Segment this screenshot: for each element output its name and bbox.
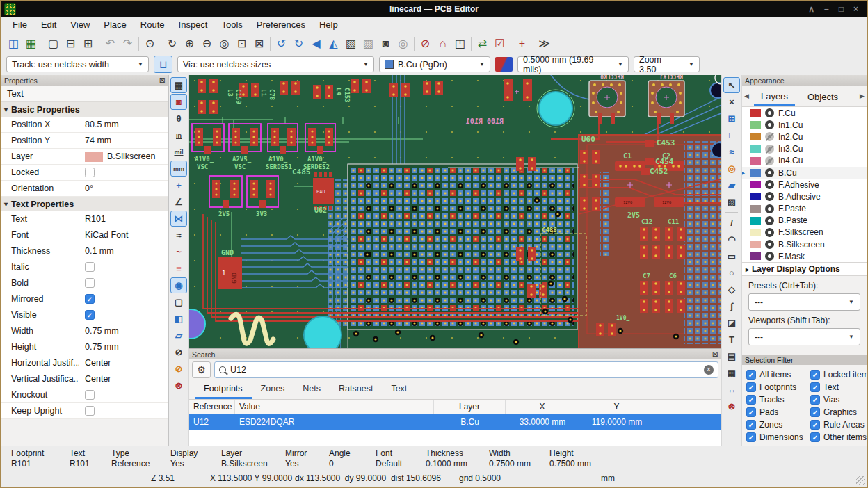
group-icon[interactable]: ▧ (342, 35, 360, 52)
rule-area-tool-icon[interactable]: ▨ (723, 194, 740, 210)
redo-icon[interactable]: ↷ (119, 35, 136, 52)
tabs-scroll-left-icon[interactable]: ◀ (742, 92, 751, 99)
menu-edit[interactable]: Edit (34, 18, 63, 31)
eye-icon[interactable] (765, 252, 774, 261)
position-y-field[interactable]: 74 mm (79, 133, 168, 148)
eye-icon[interactable] (765, 240, 774, 249)
horizontal-justification-field[interactable]: Center (79, 355, 168, 371)
zone-outline-mode-icon[interactable]: ▱ (170, 327, 187, 343)
eye-icon[interactable] (765, 216, 774, 225)
bold-checkbox[interactable] (85, 278, 95, 288)
lock-icon[interactable]: ◙ (377, 35, 394, 52)
select-tool-icon[interactable]: ↖ (723, 77, 740, 93)
mirrored-checkbox[interactable] (85, 294, 95, 304)
pad-display-mode-icon[interactable]: ▢ (170, 294, 187, 310)
arc-tool-icon[interactable]: ◠ (723, 231, 740, 247)
save-icon[interactable]: ◫ (5, 35, 22, 52)
font-field[interactable]: KiCad Font (79, 227, 168, 243)
locked-checkbox[interactable] (85, 168, 95, 177)
menu-file[interactable]: File (6, 18, 34, 31)
menu-route[interactable]: Route (134, 18, 172, 31)
tab-text[interactable]: Text (382, 380, 416, 399)
zoom-in-icon[interactable]: ⊕ (181, 35, 198, 52)
page-settings-icon[interactable]: ▢ (45, 35, 62, 52)
search-input[interactable]: U12 (214, 361, 718, 378)
menu-tools[interactable]: Tools (214, 18, 249, 31)
rotate-cw-icon[interactable]: ↻ (290, 35, 307, 52)
tab-objects[interactable]: Objects (801, 88, 845, 104)
ratsnest-visibility-icon[interactable]: ⋈ (170, 211, 187, 227)
filter-locked-items[interactable]: Locked items (810, 370, 867, 380)
presets-combo[interactable]: ---▼ (748, 293, 860, 311)
footprint-browser-icon[interactable]: ⌂ (434, 35, 451, 52)
eye-icon[interactable] (765, 108, 774, 117)
net-highlight-icon[interactable]: ~ (170, 244, 187, 260)
track-width-combo[interactable]: Track: use netclass width▼ (6, 56, 149, 72)
print-icon[interactable]: ⊟ (62, 35, 79, 52)
layer-row-bcu[interactable]: B.Cu (742, 167, 867, 179)
filter-pads[interactable]: Pads (746, 407, 810, 417)
layer-row-fcu[interactable]: F.Cu (742, 107, 867, 119)
three-d-viewer-icon[interactable]: ◳ (451, 35, 469, 52)
update-pcb-from-schematic-icon[interactable]: ⇄ (474, 35, 491, 52)
footprint-tool-icon[interactable]: ⊞ (723, 111, 740, 127)
filter-text[interactable]: Text (810, 382, 867, 392)
units-mm-icon[interactable]: mm (170, 161, 187, 177)
tab-ratsnest[interactable]: Ratsnest (330, 380, 382, 399)
eye-icon[interactable] (765, 204, 774, 213)
layer-row-in4cu[interactable]: In4.Cu (742, 155, 867, 167)
column-layer[interactable]: Layer (434, 400, 506, 414)
clear-search-icon[interactable] (704, 365, 714, 375)
eye-off-icon[interactable] (765, 132, 774, 141)
text-properties-header[interactable]: Text Properties (1, 197, 168, 211)
hide-vias-icon[interactable]: ⊗ (170, 377, 187, 393)
filter-tracks[interactable]: Tracks (746, 395, 810, 405)
eye-off-icon[interactable] (765, 145, 774, 154)
filter-all-items[interactable]: All items (746, 370, 810, 380)
layer-row-fmask[interactable]: F.Mask (742, 250, 867, 262)
board-setup-icon[interactable]: ▦ (22, 35, 40, 52)
grid-dots-icon[interactable]: ▦ (170, 77, 187, 93)
tab-zones[interactable]: Zones (252, 380, 294, 399)
layer-display-options[interactable]: Layer Display Options (742, 262, 867, 275)
zoom-combo[interactable]: Zoom 3.50▼ (634, 56, 700, 72)
tabs-scroll-right-icon[interactable]: ▶ (858, 92, 867, 99)
dimension-tool-icon[interactable]: ↔ (723, 382, 740, 398)
layer-row-in3cu[interactable]: In3.Cu (742, 143, 867, 155)
maximize-icon[interactable]: □ (839, 4, 844, 14)
layer-row-fsilkscreen[interactable]: F.Silkscreen (742, 227, 867, 238)
eye-icon[interactable] (765, 120, 774, 129)
cursor-shape-icon[interactable]: + (170, 177, 187, 193)
visible-checkbox[interactable] (85, 310, 95, 320)
tab-layers[interactable]: Layers (754, 87, 795, 106)
table-tool-icon[interactable]: ▦ (723, 365, 740, 381)
mirror-icon[interactable]: ◭ (325, 35, 342, 52)
zoom-fit-objects-icon[interactable]: ⊡ (233, 35, 250, 52)
vertical-justification-field[interactable]: Center (79, 371, 168, 387)
delete-tool-icon[interactable]: ⊗ (723, 398, 740, 414)
zoom-out-icon[interactable]: ⊖ (198, 35, 216, 52)
layer-row-badhesive[interactable]: B.Adhesive (742, 190, 867, 202)
via-tool-icon[interactable]: ◎ (723, 161, 740, 177)
orientation-field[interactable]: 0° (79, 181, 168, 196)
route-tracks-tool-icon[interactable]: ∟ (723, 127, 740, 143)
thickness-field[interactable]: 0.1 mm (79, 243, 168, 259)
track-posture-toggle[interactable]: ⊔ (154, 56, 172, 73)
close-icon[interactable]: × (853, 4, 858, 14)
tab-nets[interactable]: Nets (294, 380, 330, 399)
text-field[interactable]: R101 (79, 211, 168, 227)
textbox-tool-icon[interactable]: ▤ (723, 348, 740, 364)
filter-rule-areas[interactable]: Rule Areas (810, 420, 867, 430)
text-tool-icon[interactable]: T (723, 332, 740, 348)
basic-properties-header[interactable]: Basic Properties (1, 102, 168, 117)
image-tool-icon[interactable]: ◪ (723, 315, 740, 331)
rotate-ccw-icon[interactable]: ↺ (273, 35, 290, 52)
layer-pair-indicator[interactable] (495, 57, 513, 72)
polar-coordinates-icon[interactable]: θ (170, 111, 187, 127)
active-layer-combo[interactable]: B.Cu (PgDn)▼ (379, 56, 490, 72)
viewports-combo[interactable]: ---▼ (748, 328, 860, 345)
tab-footprints[interactable]: Footprints (195, 380, 252, 399)
layer-field[interactable]: B.Silkscreen (79, 149, 168, 164)
height-field[interactable]: 0.75 mm (79, 339, 168, 355)
close-icon[interactable]: ⊠ (159, 76, 166, 85)
